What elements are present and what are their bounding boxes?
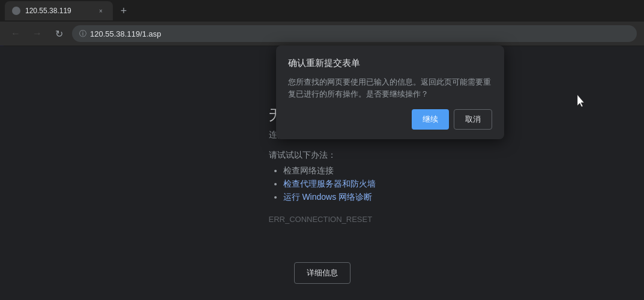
- dialog-actions: 继续 取消: [288, 109, 492, 130]
- new-tab-button[interactable]: +: [115, 2, 132, 19]
- tab-favicon: [12, 7, 20, 15]
- proxy-link[interactable]: 检查代理服务器和防火墙: [283, 179, 376, 188]
- nav-bar: ← → ↻ ⓘ 120.55.38.119/1.asp: [0, 22, 644, 46]
- tab-title: 120.55.38.119: [25, 7, 91, 15]
- dialog-body: 您所查找的网页要使用已输入的信息。返回此页可能需要重复已进行的所有操作。是否要继…: [288, 76, 492, 100]
- error-code: ERR_CONNECTION_RESET: [269, 215, 373, 224]
- back-button[interactable]: ←: [7, 25, 24, 42]
- forward-button[interactable]: →: [29, 25, 46, 42]
- diagnostics-link[interactable]: 运行 Windows 网络诊断: [283, 192, 373, 202]
- address-bar[interactable]: ⓘ 120.55.38.119/1.asp: [72, 25, 637, 42]
- list-item[interactable]: 运行 Windows 网络诊断: [283, 192, 376, 203]
- resubmit-dialog: 确认重新提交表单 您所查找的网页要使用已输入的信息。返回此页可能需要重复已进行的…: [276, 46, 504, 139]
- address-text: 120.55.38.119/1.asp: [90, 29, 161, 38]
- browser-chrome: 120.55.38.119 × + ← → ↻ ⓘ 120.55.38.119/…: [0, 0, 644, 46]
- tab-close-button[interactable]: ×: [96, 6, 106, 16]
- list-item: 检查网络连接: [283, 166, 376, 176]
- list-item[interactable]: 检查代理服务器和防火墙: [283, 179, 376, 190]
- tab-bar: 120.55.38.119 × +: [0, 0, 644, 22]
- active-tab[interactable]: 120.55.38.119 ×: [5, 1, 113, 20]
- address-security-icon: ⓘ: [79, 29, 86, 39]
- dialog-title: 确认重新提交表单: [288, 58, 492, 69]
- cancel-button[interactable]: 取消: [454, 109, 492, 130]
- details-button[interactable]: 详细信息: [294, 262, 351, 284]
- suggestions-label: 请试试以下办法：: [269, 150, 336, 161]
- confirm-button[interactable]: 继续: [412, 109, 449, 130]
- suggestions-list: 检查网络连接 检查代理服务器和防火墙 运行 Windows 网络诊断: [269, 166, 376, 205]
- reload-button[interactable]: ↻: [50, 25, 67, 42]
